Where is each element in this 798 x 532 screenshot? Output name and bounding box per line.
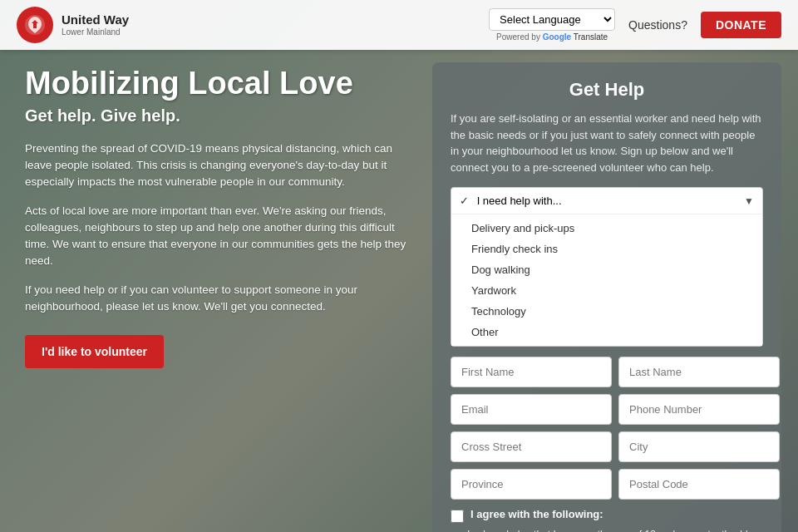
- get-help-panel: Get Help If you are self-isolating or an…: [432, 62, 781, 532]
- logo-united: United Way: [62, 12, 129, 27]
- powered-by: Powered by Google Translate: [496, 32, 608, 42]
- dropdown-selected-label: I need help with...: [477, 195, 562, 207]
- sub-title: Get help. Give help.: [25, 106, 407, 126]
- province-row: [451, 469, 763, 500]
- postal-code-input[interactable]: [618, 469, 780, 500]
- agree-bullets: I acknowledge that I am over the age of …: [451, 528, 763, 532]
- dropdown-item-technology[interactable]: Technology: [451, 301, 762, 322]
- panel-title: Get Help: [451, 79, 763, 101]
- left-content: Mobilizing Local Love Get help. Give hel…: [25, 66, 407, 368]
- agree-section: I agree with the following: I acknowledg…: [451, 508, 763, 532]
- city-input[interactable]: [618, 431, 780, 462]
- translate-area: Select Language Powered by Google Transl…: [489, 8, 615, 42]
- logo-icon: [17, 7, 53, 43]
- check-icon: ✓: [460, 195, 469, 207]
- phone-input[interactable]: [618, 394, 780, 425]
- header-right: Select Language Powered by Google Transl…: [489, 8, 781, 42]
- volunteer-button[interactable]: I'd like to volunteer: [25, 335, 164, 368]
- contact-row: [451, 394, 763, 425]
- dropdown-item-dog[interactable]: Dog walking: [451, 259, 762, 280]
- logo-area: United Way Lower Mainland: [17, 7, 129, 43]
- para2: Acts of local love are more important th…: [25, 203, 407, 270]
- cross-street-input[interactable]: [451, 431, 612, 462]
- dropdown-list: Delivery and pick-ups Friendly check ins…: [451, 214, 762, 346]
- agree-text: I agree with the following:: [470, 508, 603, 520]
- dropdown-item-checkins[interactable]: Friendly check ins: [451, 239, 762, 259]
- agree-bullet-1: I acknowledge that I am over the age of …: [467, 528, 763, 532]
- logo-text: United Way Lower Mainland: [62, 12, 129, 37]
- dropdown-item-other[interactable]: Other: [451, 322, 762, 342]
- agree-checkbox[interactable]: [451, 510, 464, 523]
- last-name-input[interactable]: [618, 357, 780, 387]
- dropdown-item-delivery[interactable]: Delivery and pick-ups: [451, 218, 762, 239]
- para3: If you need help or if you can volunteer…: [25, 282, 407, 316]
- para1: Preventing the spread of COVID-19 means …: [25, 140, 407, 191]
- main-title: Mobilizing Local Love: [25, 66, 407, 101]
- dropdown-header[interactable]: ✓ I need help with... ▼: [451, 188, 762, 214]
- email-input[interactable]: [451, 394, 612, 425]
- help-dropdown[interactable]: ✓ I need help with... ▼ Delivery and pic…: [451, 187, 763, 347]
- province-input[interactable]: [451, 469, 612, 500]
- street-row: [451, 431, 763, 462]
- logo-lower: Lower Mainland: [62, 27, 129, 37]
- panel-description: If you are self-isolating or an essentia…: [451, 111, 763, 175]
- dropdown-item-yardwork[interactable]: Yardwork: [451, 280, 762, 301]
- agree-label[interactable]: I agree with the following:: [451, 508, 763, 523]
- language-select[interactable]: Select Language: [489, 8, 615, 31]
- questions-link[interactable]: Questions?: [628, 18, 687, 32]
- first-name-input[interactable]: [451, 357, 612, 387]
- donate-button[interactable]: DONATE: [701, 12, 781, 38]
- name-row: [451, 357, 763, 387]
- chevron-down-icon: ▼: [744, 195, 754, 207]
- header: United Way Lower Mainland Select Languag…: [0, 0, 798, 50]
